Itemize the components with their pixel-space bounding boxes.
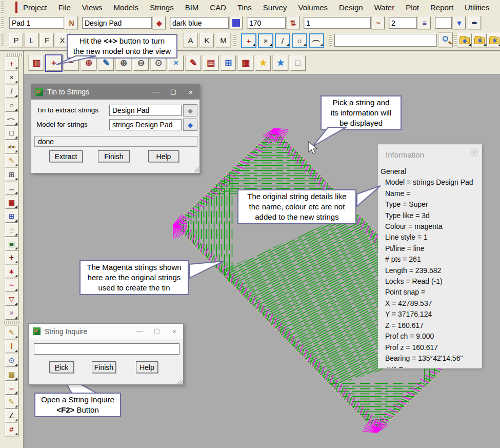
cad-button-a[interactable]: A bbox=[184, 33, 197, 47]
angle-tool-icon[interactable]: ∠ bbox=[5, 409, 18, 422]
maximize-icon[interactable]: ▢ bbox=[165, 88, 182, 96]
menu-item-strings[interactable]: Strings bbox=[144, 1, 179, 14]
window-tool-icon[interactable]: ⊞ bbox=[5, 209, 18, 223]
profile-tool-icon[interactable]: ✎ bbox=[5, 395, 18, 408]
cad-button-k[interactable]: K bbox=[200, 33, 214, 47]
extra-field[interactable] bbox=[435, 17, 452, 29]
menu-item-cad[interactable]: CAD bbox=[204, 1, 232, 14]
point-square-tool-icon[interactable]: ⊞ bbox=[5, 168, 18, 181]
minimize-icon[interactable]: — bbox=[147, 88, 165, 96]
menu-item-volumes[interactable]: Volumes bbox=[292, 1, 333, 14]
interrogate-tool-icon[interactable]: I bbox=[5, 340, 18, 353]
model-chooser-button[interactable]: ◆ bbox=[183, 119, 197, 131]
close-icon[interactable]: × bbox=[470, 148, 478, 157]
arc-tool-icon[interactable]: ( bbox=[5, 112, 18, 126]
grid-icon[interactable]: ▦ bbox=[238, 55, 253, 71]
menu-item-user[interactable]: User bbox=[495, 1, 500, 14]
menu-item-survey[interactable]: Survey bbox=[257, 1, 293, 14]
help-button[interactable]: Help bbox=[136, 361, 158, 373]
pick-button[interactable]: Pick bbox=[49, 361, 74, 373]
close-icon[interactable]: × bbox=[182, 88, 199, 96]
symbol-tool-icon[interactable]: ✎ bbox=[5, 154, 18, 167]
model-name-input[interactable] bbox=[109, 119, 182, 130]
dropdown-icon[interactable]: ▼ bbox=[453, 16, 466, 29]
colour-line-tool-icon[interactable]: ~ bbox=[5, 279, 18, 292]
copy-view-icon[interactable]: ⊞ bbox=[221, 55, 236, 71]
weight-icon[interactable]: ≡ bbox=[418, 16, 431, 29]
minimize-icon[interactable]: — bbox=[131, 327, 148, 336]
height-icon[interactable]: ⇅ bbox=[287, 16, 299, 29]
toolbar-grip[interactable] bbox=[233, 35, 236, 46]
menu-item-bim[interactable]: BIM bbox=[179, 1, 205, 14]
rail-tool-icon[interactable]: # bbox=[5, 423, 18, 436]
rectangle-tool-icon[interactable]: □ bbox=[5, 126, 18, 140]
tin-name-input[interactable] bbox=[109, 105, 182, 116]
inquire-input[interactable] bbox=[34, 343, 179, 355]
colour-swatch[interactable] bbox=[230, 16, 243, 29]
name-field[interactable] bbox=[9, 17, 64, 29]
finish-button[interactable]: Finish bbox=[92, 361, 116, 373]
menu-item-report[interactable]: Report bbox=[425, 1, 459, 14]
layout-icon[interactable]: □ bbox=[290, 55, 306, 71]
freehand-tool-icon[interactable]: ✎ bbox=[5, 326, 18, 339]
measure-tool-icon[interactable]: ↔ bbox=[5, 182, 18, 195]
toolbar-grip[interactable] bbox=[1, 2, 4, 13]
text-tool-icon[interactable]: abc bbox=[5, 140, 18, 153]
views-menu-icon[interactable]: ▥ bbox=[29, 55, 44, 71]
n-symbol-icon[interactable]: N bbox=[65, 16, 78, 29]
menu-item-plot[interactable]: Plot bbox=[400, 1, 425, 14]
menu-item-file[interactable]: File bbox=[53, 1, 76, 14]
polygon-tool-icon[interactable]: ⌂ bbox=[5, 223, 18, 237]
line-tool-icon[interactable]: / bbox=[5, 85, 18, 98]
favourites-icon[interactable]: ★ bbox=[255, 55, 271, 71]
grid-tool-icon[interactable]: ▦ bbox=[5, 196, 18, 209]
model-folder-icon[interactable]: ◆ bbox=[457, 33, 472, 47]
snap-star-icon[interactable]: ★ bbox=[273, 55, 288, 71]
resize-grip[interactable] bbox=[192, 166, 199, 172]
linestyle-field[interactable] bbox=[304, 17, 371, 29]
point-snap-icon[interactable]: + bbox=[241, 33, 256, 48]
cad-button-l[interactable]: L bbox=[25, 33, 38, 47]
search-input[interactable] bbox=[334, 34, 437, 47]
move-tool-icon[interactable]: + bbox=[5, 251, 18, 264]
eyedropper-icon[interactable]: ✒ bbox=[468, 16, 481, 29]
finish-button[interactable]: Finish bbox=[98, 150, 130, 162]
contour-strings[interactable] bbox=[314, 382, 444, 432]
tin-dialog-titlebar[interactable]: Tin to Strings — ▢ × bbox=[31, 84, 199, 100]
toolbar-grip[interactable] bbox=[1, 34, 4, 47]
arc-snap-icon[interactable]: ( bbox=[309, 33, 324, 48]
menu-item-views[interactable]: Views bbox=[76, 1, 108, 14]
parallel-tool-icon[interactable]: ⇔ bbox=[5, 381, 18, 395]
points-line-tool-icon[interactable]: ∗ bbox=[5, 265, 18, 278]
menu-item-design[interactable]: Design bbox=[333, 1, 369, 14]
weight-field[interactable] bbox=[389, 17, 417, 29]
search-button[interactable] bbox=[439, 33, 453, 47]
cad-button-p[interactable]: P bbox=[9, 33, 23, 47]
line-snap-icon[interactable]: / bbox=[275, 33, 290, 48]
tin-chooser-button[interactable]: ◆ bbox=[183, 104, 197, 116]
menu-item-models[interactable]: Models bbox=[108, 1, 144, 14]
plot-icon[interactable]: ▤ bbox=[203, 55, 218, 71]
maximize-icon[interactable]: ▢ bbox=[148, 327, 166, 336]
model-tin-icon[interactable]: ◆ bbox=[153, 16, 166, 29]
survey-tool-icon[interactable]: ⊙ bbox=[5, 354, 18, 367]
colour-field[interactable] bbox=[170, 17, 229, 29]
inquire-dialog-titlebar[interactable]: String Inquire — ▢ × bbox=[29, 324, 183, 339]
toolbar-grip[interactable] bbox=[1, 17, 4, 29]
help-button[interactable]: Help bbox=[148, 150, 179, 162]
height-field[interactable] bbox=[247, 17, 286, 29]
recent-folder-icon[interactable]: ✱ bbox=[487, 33, 500, 47]
image-tool-icon[interactable]: ▣ bbox=[5, 237, 18, 250]
menu-item-project[interactable]: Project bbox=[17, 1, 53, 14]
extract-button[interactable]: Extract bbox=[49, 150, 83, 162]
sidebar-grip[interactable] bbox=[7, 53, 23, 56]
close-icon[interactable]: × bbox=[166, 327, 183, 336]
resize-grip[interactable] bbox=[176, 377, 183, 384]
node-snap-icon[interactable]: × bbox=[258, 33, 273, 48]
menu-item-tins[interactable]: Tins bbox=[232, 1, 257, 14]
redraw-icon[interactable]: ✎ bbox=[186, 55, 201, 71]
toolbar-grip[interactable] bbox=[329, 35, 332, 46]
circle-tool-icon[interactable]: ○ bbox=[5, 99, 18, 112]
function-folder-icon[interactable]: ✱ bbox=[472, 33, 487, 47]
model-field[interactable] bbox=[82, 17, 152, 29]
